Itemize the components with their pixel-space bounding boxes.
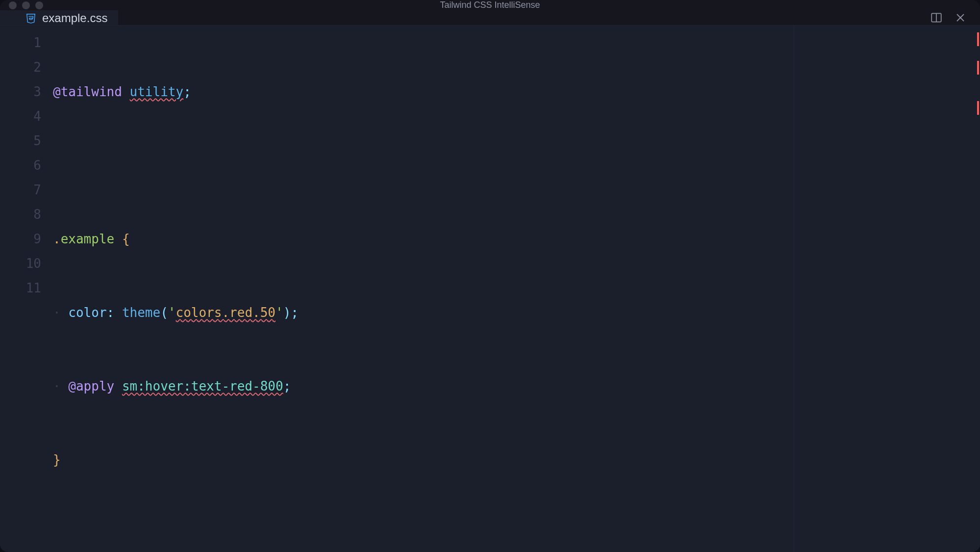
zoom-window[interactable] — [35, 1, 43, 9]
token-function: theme — [122, 305, 160, 320]
token-selector: example — [61, 232, 115, 246]
window-controls — [9, 1, 43, 9]
token-colon: : — [107, 305, 122, 320]
token-class: sm:hover:text-red-800 — [122, 379, 283, 394]
window-title: Tailwind CSS IntelliSense — [440, 0, 540, 10]
token-at-rule: @apply — [68, 379, 114, 394]
token-string: colors.red.50 — [176, 305, 276, 320]
minimize-window[interactable] — [22, 1, 30, 9]
minimap[interactable] — [794, 26, 980, 552]
minimap-error-marker[interactable] — [977, 32, 979, 46]
line-number: 1 — [0, 30, 41, 55]
close-icon[interactable] — [955, 12, 966, 24]
split-editor-icon[interactable] — [930, 11, 943, 24]
code-content[interactable]: @tailwind utility; .example { · color: t… — [53, 26, 794, 552]
token-semicolon: ; — [183, 84, 191, 99]
minimap-error-marker[interactable] — [977, 101, 979, 115]
line-number: 9 — [0, 227, 41, 251]
token-directive-value: utility — [130, 84, 184, 99]
code-editor[interactable]: 1 2 3 4 5 6 7 8 9 10 11 @tailwind utilit… — [0, 26, 980, 552]
token-quote: ' — [168, 305, 176, 320]
token-at-rule: @tailwind — [53, 84, 122, 99]
token-property: color — [68, 305, 106, 320]
tabbar: example.css — [0, 10, 980, 26]
token-dot: . — [53, 232, 61, 246]
tab-example-css[interactable]: example.css — [0, 10, 118, 25]
editor-window: Tailwind CSS IntelliSense example.css 1 … — [0, 0, 980, 552]
minimap-error-marker[interactable] — [977, 61, 979, 75]
editor-actions — [930, 11, 980, 24]
token-paren: ) — [283, 305, 291, 320]
token-brace: } — [53, 452, 61, 467]
line-number: 8 — [0, 202, 41, 227]
css-file-icon — [25, 13, 36, 24]
line-number: 4 — [0, 104, 41, 129]
line-number-gutter: 1 2 3 4 5 6 7 8 9 10 11 — [0, 26, 53, 552]
token-semicolon: ; — [291, 305, 299, 320]
line-number: 7 — [0, 178, 41, 202]
token-quote: ' — [276, 305, 283, 320]
line-number: 11 — [0, 276, 41, 300]
titlebar: Tailwind CSS IntelliSense — [0, 0, 980, 10]
token-paren: ( — [160, 305, 168, 320]
line-number: 6 — [0, 153, 41, 178]
line-number: 10 — [0, 251, 41, 276]
line-number: 3 — [0, 79, 41, 104]
close-window[interactable] — [9, 1, 17, 9]
token-brace: { — [122, 232, 130, 246]
line-number: 5 — [0, 129, 41, 153]
token-semicolon: ; — [283, 379, 291, 394]
tab-filename: example.css — [42, 11, 107, 25]
line-number: 2 — [0, 55, 41, 79]
